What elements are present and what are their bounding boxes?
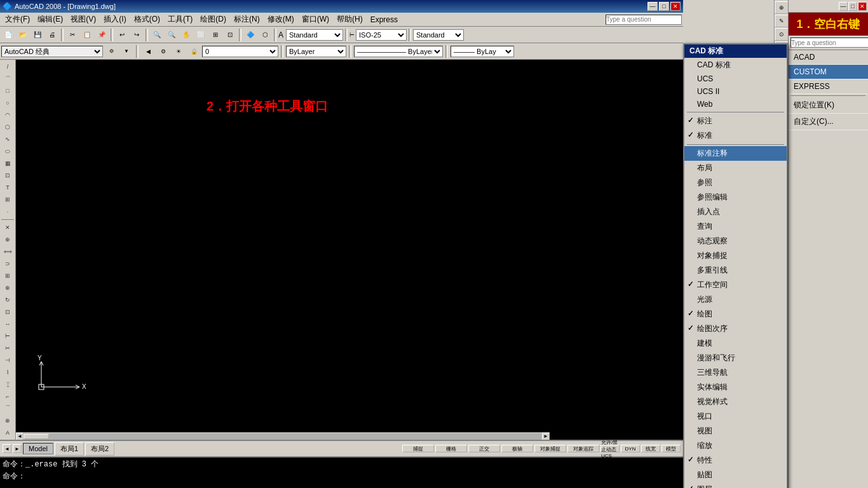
- lt-chamfer[interactable]: ⌐: [1, 391, 14, 402]
- lt-explode[interactable]: ⊗: [1, 415, 14, 426]
- menu-window[interactable]: 窗口(W): [298, 13, 333, 26]
- status-dyn[interactable]: DYN: [621, 445, 640, 452]
- tb-zoom-in[interactable]: 🔍: [150, 29, 164, 41]
- tb-zoom-out[interactable]: 🔍: [165, 29, 179, 41]
- workspace-select[interactable]: AutoCAD 经典: [1, 46, 103, 57]
- menu-view[interactable]: 视图(V): [67, 13, 100, 26]
- menu-visualstyle[interactable]: 视觉样式: [684, 395, 787, 409]
- tb-workspace-down[interactable]: ▼: [119, 45, 133, 58]
- menu-mapping[interactable]: 贴图: [684, 468, 787, 482]
- rp-customize-item[interactable]: 自定义(C)...: [789, 114, 868, 130]
- color-select[interactable]: ByLayer: [286, 46, 346, 57]
- tab-scroll-left[interactable]: ◄: [3, 444, 11, 453]
- status-ortho[interactable]: 正交: [468, 445, 500, 452]
- maximize-button[interactable]: □: [659, 2, 669, 11]
- tb-render[interactable]: ⬡: [258, 29, 272, 41]
- status-model[interactable]: 模型: [661, 445, 681, 452]
- menu-draworder[interactable]: ✓绘图次序: [684, 322, 787, 336]
- menu-tools[interactable]: 工具(T): [164, 13, 196, 26]
- layer-select[interactable]: 0: [202, 46, 278, 57]
- lt-copy-obj[interactable]: ⊕: [1, 234, 14, 245]
- menu-viewport[interactable]: 视口: [684, 409, 787, 424]
- menu-ucs2[interactable]: UCS II: [684, 85, 787, 98]
- rp-lock-item[interactable]: 锁定位置(K): [789, 97, 868, 114]
- menu-properties[interactable]: ✓特性: [684, 453, 787, 468]
- rp-close[interactable]: ✕: [858, 2, 867, 11]
- menu-workspace[interactable]: ✓工作空间: [684, 278, 787, 292]
- tb-workspace-settings[interactable]: ⚙: [104, 45, 118, 58]
- status-ducs[interactable]: 允许/禁止动态UCS: [600, 445, 620, 452]
- lt-multiline-text[interactable]: T: [1, 182, 14, 193]
- tb-copy[interactable]: 📋: [80, 29, 94, 41]
- menu-layout[interactable]: 布局: [684, 161, 787, 175]
- lt-polygon[interactable]: ⬡: [1, 121, 14, 133]
- lt-array[interactable]: ⊞: [1, 270, 14, 281]
- menu-reference[interactable]: 参照: [684, 175, 787, 190]
- lt-hatch[interactable]: ▦: [1, 158, 14, 169]
- tab-layout1[interactable]: 布局1: [55, 442, 84, 456]
- close-button[interactable]: ✕: [670, 2, 681, 11]
- menu-draw[interactable]: 绘图(D): [196, 13, 230, 26]
- rv-btn-3[interactable]: ⊙: [775, 28, 789, 41]
- menu-mleader[interactable]: 多重引线: [684, 263, 787, 278]
- lt-insert-point[interactable]: ·: [1, 206, 14, 217]
- lt-fillet[interactable]: ⌒: [1, 403, 14, 414]
- lt-circle[interactable]: ○: [1, 97, 14, 109]
- lt-ellipse[interactable]: ⬭: [1, 146, 14, 157]
- lt-mirror[interactable]: ⟺: [1, 246, 14, 257]
- tb-pan[interactable]: ✋: [179, 29, 193, 41]
- lt-rotate[interactable]: ↻: [1, 294, 14, 306]
- scroll-left-btn[interactable]: ◄: [16, 433, 24, 440]
- status-lweight[interactable]: 线宽: [641, 445, 660, 452]
- rp-acad-item[interactable]: ACAD: [789, 50, 868, 65]
- tb-open[interactable]: 📂: [16, 29, 30, 41]
- tab-layout2[interactable]: 布局2: [85, 442, 114, 456]
- linetype-select[interactable]: ——————— ByLayer: [354, 46, 443, 57]
- tb-zoom-win[interactable]: ⬜: [194, 29, 208, 41]
- lt-lengthen[interactable]: ⊢: [1, 330, 14, 342]
- tb-layer-freeze[interactable]: ☀: [172, 45, 186, 58]
- right-search-input[interactable]: [790, 37, 868, 48]
- tab-scroll-right[interactable]: ►: [13, 444, 22, 453]
- tb-new[interactable]: 📄: [1, 29, 15, 41]
- rp-custom-item[interactable]: CUSTOM: [789, 65, 868, 79]
- lt-move[interactable]: ⊕: [1, 282, 14, 294]
- lt-spline[interactable]: ∿: [1, 133, 14, 145]
- menu-layer[interactable]: ✓图层: [684, 482, 787, 488]
- menu-standard[interactable]: ✓标准: [684, 128, 787, 143]
- menu-view[interactable]: 视图: [684, 424, 787, 438]
- rp-express-item[interactable]: EXPRESS: [789, 79, 868, 94]
- status-grid[interactable]: 栅格: [435, 445, 467, 452]
- drawing-canvas[interactable]: 2．打开各种工具窗口 Y X: [16, 60, 683, 440]
- rp-maximize[interactable]: □: [848, 2, 857, 11]
- status-otrack[interactable]: 对象追踪: [567, 445, 599, 452]
- menu-cad-std[interactable]: CAD 标准: [684, 58, 787, 72]
- menu-std-annotation[interactable]: 标准注释: [684, 146, 787, 161]
- lt-offset[interactable]: ⊃: [1, 258, 14, 269]
- menu-lights[interactable]: 光源: [684, 292, 787, 307]
- tb-zoom-all[interactable]: ⊡: [223, 29, 237, 41]
- menu-3dnav[interactable]: 三维导航: [684, 365, 787, 380]
- rv-btn-2[interactable]: ✎: [775, 15, 789, 27]
- lt-break[interactable]: ⌇: [1, 367, 14, 378]
- menu-walkfly[interactable]: 漫游和飞行: [684, 351, 787, 365]
- menu-dim[interactable]: 标注(N): [230, 13, 264, 26]
- tb-3d[interactable]: 🔷: [243, 29, 257, 41]
- menu-zoom[interactable]: 缩放: [684, 438, 787, 453]
- tb-layer-prev[interactable]: ◀: [141, 45, 155, 58]
- lt-scale[interactable]: ⊡: [1, 306, 14, 318]
- tb-layer-lock[interactable]: 🔒: [187, 45, 201, 58]
- menu-format[interactable]: 格式(O): [130, 13, 164, 26]
- tab-model[interactable]: Model: [23, 443, 53, 454]
- lt-join[interactable]: ⌶: [1, 379, 14, 390]
- lt-polyline[interactable]: ⌒: [1, 73, 14, 85]
- rv-btn-1[interactable]: ⊕: [775, 1, 789, 14]
- lt-extend[interactable]: ⊣: [1, 355, 14, 366]
- menu-edit[interactable]: 编辑(E): [34, 13, 67, 26]
- lt-text[interactable]: A: [1, 427, 14, 438]
- tb-save[interactable]: 💾: [31, 29, 44, 41]
- h-scroll-track[interactable]: [24, 433, 542, 440]
- menu-insert-pt[interactable]: 插入点: [684, 205, 787, 219]
- menu-express[interactable]: Express: [367, 14, 402, 25]
- tb-print[interactable]: 🖨: [45, 29, 59, 41]
